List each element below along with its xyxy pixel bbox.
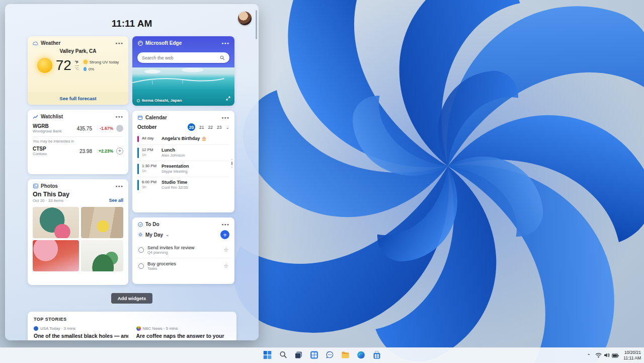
tray-clock[interactable]: 10/20/21 11:11 AM (623, 350, 641, 361)
story-item[interactable]: USA Today · 3 mins One of the smallest b… (34, 326, 128, 339)
uv-icon (84, 60, 88, 64)
volume-icon (604, 351, 610, 360)
calendar-scroll-dots[interactable] (231, 159, 232, 168)
calendar-title: Calendar (145, 115, 167, 120)
photos-widget: Photos ●●● On This Day Oct 20 · 33 items… (28, 179, 128, 285)
event-title: Presentation (162, 164, 189, 170)
event-row[interactable]: All day Angela's Birthday 🎂 (137, 133, 229, 145)
stock-added-button[interactable] (116, 125, 123, 132)
taskbar-task-view-button[interactable] (292, 349, 305, 362)
chart-icon (33, 114, 38, 119)
edge-photo[interactable]: Ikema Ohashi, Japan (132, 67, 234, 106)
event-time: 12 PM (142, 148, 153, 152)
battery-icon (612, 351, 619, 360)
stock-change: -1.67% (95, 126, 113, 131)
photos-title: Photos (41, 183, 58, 189)
taskbar-store-button[interactable] (370, 349, 383, 362)
task-checkbox[interactable] (138, 247, 144, 253)
story-headline[interactable]: Are coffee naps the answer to your (136, 333, 231, 339)
calendar-date[interactable]: 22 (208, 125, 213, 130)
task-star-button[interactable]: ☆ (223, 247, 228, 253)
picture-icon (33, 183, 38, 189)
add-widgets-button[interactable]: Add widgets (111, 293, 152, 304)
tray-date: 10/20/21 (623, 350, 641, 355)
task-star-button[interactable]: ☆ (223, 263, 228, 269)
taskbar-search-button[interactable] (277, 349, 290, 362)
more-options-icon[interactable]: ●●● (115, 115, 123, 118)
photo-tile[interactable] (81, 207, 123, 238)
taskbar-file-explorer-button[interactable] (339, 349, 352, 362)
event-duration: 1h (142, 169, 146, 173)
precipitation-icon (84, 67, 87, 71)
event-time: 6:00 PM (142, 180, 156, 184)
photo-tile[interactable] (81, 240, 123, 271)
photo-tile[interactable] (33, 207, 79, 238)
chevron-down-icon[interactable]: ⌄ (225, 125, 229, 130)
photo-tile[interactable] (33, 240, 79, 271)
task-view-icon (295, 351, 303, 360)
task-title: Send invites for review (147, 245, 195, 250)
calendar-date[interactable]: 20 (188, 123, 195, 131)
todo-header: To Do ●●● (132, 217, 234, 229)
taskbar-start-button[interactable] (261, 349, 274, 362)
event-time: 1:30 PM (142, 164, 156, 168)
unit-fahrenheit[interactable]: °F (75, 60, 79, 66)
chevron-down-icon[interactable]: ⌄ (166, 232, 170, 237)
event-row[interactable]: 12 PM1h Lunch Alex Johnson (137, 145, 229, 161)
more-options-icon[interactable]: ●●● (115, 41, 123, 45)
widgets-column-right: Microsoft Edge ●●● (132, 36, 234, 285)
system-status-icons[interactable] (595, 351, 619, 360)
watchlist-suggestion-label: You may be interested in (28, 138, 128, 144)
taskbar-center (261, 348, 383, 363)
photo-caption: Ikema Ohashi, Japan (142, 98, 182, 103)
see-all-link[interactable]: See all (109, 198, 123, 203)
calendar-date[interactable]: 21 (199, 125, 204, 130)
more-options-icon[interactable]: ●●● (221, 41, 229, 45)
more-options-icon[interactable]: ●●● (115, 184, 123, 188)
event-subtitle: Conf Rm 32/35 (162, 185, 188, 190)
my-day-selector[interactable]: My Day (145, 232, 163, 238)
event-color-bar (137, 180, 139, 190)
month-label: October (137, 124, 156, 130)
task-checkbox[interactable] (138, 263, 144, 269)
tray-overflow-button[interactable]: ⌃ (587, 353, 591, 358)
temperature-units: °F °C (75, 60, 79, 71)
weather-header: Weather ●●● (28, 36, 128, 48)
user-avatar[interactable] (238, 12, 252, 25)
watchlist-header: Watchlist ●●● (28, 110, 128, 121)
expand-icon[interactable] (226, 94, 230, 103)
event-color-bar (137, 164, 139, 174)
see-full-forecast-link[interactable]: See full forecast (59, 96, 96, 101)
divider (33, 136, 123, 137)
taskbar-widgets-button[interactable] (308, 349, 321, 362)
event-row[interactable]: 1:30 PM1h Presentation Skype Meeting (137, 161, 229, 177)
search-input[interactable] (142, 55, 220, 60)
event-color-bar (137, 136, 139, 142)
more-options-icon[interactable]: ●●● (221, 116, 229, 119)
story-headline[interactable]: One of the smallest black holes — and (34, 333, 128, 339)
add-task-button[interactable]: + (220, 230, 229, 239)
unit-celsius[interactable]: °C (75, 66, 79, 71)
taskbar-edge-button[interactable] (355, 349, 368, 362)
more-options-icon[interactable]: ●●● (221, 223, 229, 226)
add-stock-button[interactable]: + (116, 148, 123, 155)
event-subtitle: Alex Johnson (162, 153, 185, 158)
event-row[interactable]: 6:00 PM3h Studio Time Conf Rm 32/35 (137, 177, 229, 193)
search-icon (279, 351, 287, 360)
story-item[interactable]: NBC News · 5 mins Are coffee naps the an… (136, 326, 231, 339)
stock-symbol: WGRB (33, 123, 66, 129)
widgets-grid: Weather ●●● Valley Park, CA 72 °F °C Str… (28, 36, 236, 285)
task-row[interactable]: Send invites for review Q4 planning ☆ (136, 242, 230, 258)
calendar-date[interactable]: 23 (217, 125, 221, 130)
web-search-box[interactable] (137, 52, 229, 63)
photo-collage (33, 207, 123, 271)
calendar-widget: Calendar ●●● October 20 21 22 23 ⌄ (132, 111, 234, 212)
precipitation-text: 0% (89, 67, 95, 71)
date-strip: 20 21 22 23 (188, 123, 221, 131)
taskbar-chat-button[interactable] (324, 349, 337, 362)
task-row[interactable]: Buy groceries Tasks ☆ (136, 258, 230, 274)
stock-row[interactable]: CTSP Contoso 23.98 +2.23% + (28, 144, 128, 158)
stock-row[interactable]: WGRB Woodgrove Bank 435.75 -1.67% (28, 121, 128, 135)
widgets-icon (310, 351, 318, 360)
stock-price: 23.98 (79, 149, 92, 154)
